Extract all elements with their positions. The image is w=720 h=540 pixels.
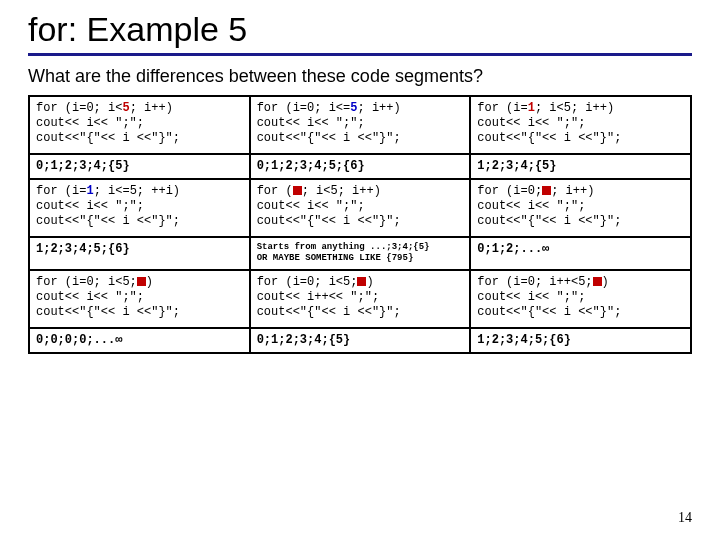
output-cell: 0;1;2;3;4;{5} [250,328,471,353]
code-comparison-table: for (i=0; i<5; i++) cout<< i<< ";";cout<… [28,95,692,354]
code-cell: for (; i<5; i++) cout<< i<< ";";cout<<"{… [250,179,471,237]
code-cell: for (i=0; i<5; i++) cout<< i<< ";";cout<… [29,96,250,154]
output-cell: 0;1;2;3;4;5;{6} [250,154,471,179]
output-cell: 1;2;3;4;5;{6} [29,237,250,270]
code-cell: for (i=0; i<5;) cout<< i<< ";";cout<<"{"… [29,270,250,328]
output-cell: 0;1;2;...∞ [470,237,691,270]
slide-subtitle: What are the differences between these c… [28,66,692,87]
code-cell: for (i=0; i<=5; i++) cout<< i<< ";";cout… [250,96,471,154]
output-cell: 0;1;2;3;4;{5} [29,154,250,179]
code-cell: for (i=0; i++<5;) cout<< i<< ";";cout<<"… [470,270,691,328]
output-cell: 0;0;0;0;...∞ [29,328,250,353]
output-cell: 1;2;3;4;5;{6} [470,328,691,353]
code-cell: for (i=1; i<5; i++) cout<< i<< ";";cout<… [470,96,691,154]
code-cell: for (i=0;; i++) cout<< i<< ";";cout<<"{"… [470,179,691,237]
output-cell: Starts from anything ...;3;4;{5}OR MAYBE… [250,237,471,270]
page-number: 14 [678,510,692,526]
code-cell: for (i=0; i<5;) cout<< i++<< ";"; cout<<… [250,270,471,328]
title-underline [28,53,692,56]
slide: for: Example 5 What are the differences … [0,0,720,354]
slide-title: for: Example 5 [28,10,692,49]
output-cell: 1;2;3;4;{5} [470,154,691,179]
code-cell: for (i=1; i<=5; ++i) cout<< i<< ";";cout… [29,179,250,237]
